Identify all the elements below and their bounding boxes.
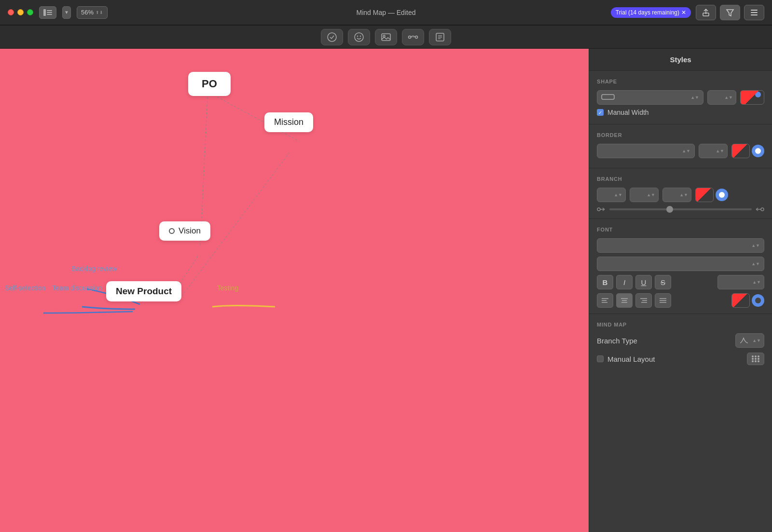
border-toggle[interactable]: [752, 145, 764, 157]
view-mode-selector[interactable]: ▼: [62, 6, 71, 19]
note-tool-button[interactable]: [429, 29, 451, 45]
main-area: PO Mission Vision New Product Backlog re…: [0, 49, 772, 532]
italic-button[interactable]: I: [616, 275, 633, 289]
svg-rect-2: [47, 12, 52, 13]
branch-thickness-slider[interactable]: [609, 208, 752, 210]
shape-color-swatch[interactable]: [740, 90, 764, 105]
branch-type-control: ▲▼: [735, 333, 764, 348]
svg-point-9: [328, 33, 336, 41]
testing-text: Testing: [217, 284, 238, 292]
svg-point-31: [761, 208, 764, 211]
node-mission[interactable]: Mission: [264, 112, 313, 132]
align-left-icon: [601, 297, 609, 304]
trial-badge[interactable]: Trial (14 days remaining) ✕: [611, 7, 691, 18]
bold-button[interactable]: B: [597, 275, 613, 289]
chevron-down-icon[interactable]: ▼: [62, 6, 71, 19]
svg-rect-6: [751, 10, 758, 11]
manual-layout-checkbox[interactable]: [597, 355, 604, 362]
strikethrough-button[interactable]: S: [655, 275, 671, 289]
panel-title: Styles: [589, 49, 772, 71]
filter-button[interactable]: [720, 5, 740, 20]
font-section-label: FONT: [597, 227, 764, 232]
underline-button[interactable]: U: [635, 275, 652, 289]
shape-color-toggle[interactable]: [755, 92, 761, 97]
shape-section-label: SHAPE: [597, 79, 764, 84]
font-family-arrows: ▲▼: [751, 243, 760, 248]
image-tool-button[interactable]: [375, 29, 397, 45]
border-color-swatch[interactable]: [731, 144, 750, 158]
svg-point-10: [355, 33, 363, 41]
font-size-select[interactable]: ▲▼: [717, 275, 765, 289]
smiley-tool-button[interactable]: [348, 29, 370, 45]
branch-control-1[interactable]: ▲▼: [597, 188, 626, 202]
title-text: Mind Map — Edited: [357, 9, 416, 16]
shape-type-icon: [601, 94, 615, 102]
border-section: BORDER ▲▼ ▲▼: [589, 124, 772, 168]
font-color-swatch[interactable]: [731, 293, 750, 308]
list-button[interactable]: [744, 5, 764, 20]
branch-control-2[interactable]: ▲▼: [630, 188, 659, 202]
mindmap-section-label: MIND MAP: [597, 322, 764, 327]
align-justify-button[interactable]: [655, 293, 671, 308]
branch-control-3[interactable]: ▲▼: [662, 188, 691, 202]
branch-section: BRANCH ▲▼ ▲▼ ▲▼: [589, 168, 772, 219]
shape-section: SHAPE ▲▼ ▲▼: [589, 71, 772, 124]
svg-point-53: [752, 360, 754, 362]
manual-layout-icon-button[interactable]: [747, 353, 764, 365]
node-new-product[interactable]: New Product: [106, 281, 181, 301]
window-title: Mind Map — Edited: [357, 9, 416, 16]
filter-icon: [726, 8, 734, 17]
branch-controls-row: ▲▼ ▲▼ ▲▼: [597, 188, 764, 202]
svg-point-52: [758, 358, 759, 360]
backlog-text: Backlog review: [71, 265, 117, 273]
smiley-icon: [354, 32, 364, 42]
font-color-toggle[interactable]: [752, 294, 764, 307]
connection-end-icon: [755, 206, 764, 213]
branch-type-select[interactable]: ▲▼: [735, 333, 764, 348]
svg-rect-3: [47, 14, 52, 15]
canvas[interactable]: PO Mission Vision New Product Backlog re…: [0, 49, 589, 532]
border-width-input[interactable]: ▲▼: [699, 144, 728, 158]
titlebar-right: Trial (14 days remaining) ✕: [611, 5, 764, 20]
maximize-button[interactable]: [27, 9, 33, 15]
align-center-button[interactable]: [616, 293, 633, 308]
align-left-button[interactable]: [597, 293, 613, 308]
check-tool-button[interactable]: [321, 29, 343, 45]
vision-circle-icon: [169, 228, 175, 234]
border-controls-row: ▲▼ ▲▼: [597, 144, 764, 158]
border-width-arrows: ▲▼: [716, 149, 724, 153]
shape-width-input[interactable]: ▲▼: [707, 90, 736, 105]
font-style-select[interactable]: ▲▼: [597, 257, 764, 271]
align-right-icon: [640, 297, 648, 304]
node-vision[interactable]: Vision: [159, 221, 210, 241]
trial-badge-text: Trial (14 days remaining): [616, 9, 679, 16]
border-style-select[interactable]: ▲▼: [597, 144, 695, 158]
shape-controls-row: ▲▼ ▲▼: [597, 90, 764, 105]
font-family-select[interactable]: ▲▼: [597, 238, 764, 253]
node-mission-label: Mission: [274, 117, 303, 127]
branch-color-swatch[interactable]: [695, 188, 714, 202]
titlebar-left: ▼ 56% ⬆⬇: [8, 6, 108, 19]
svg-rect-1: [47, 10, 52, 11]
check-icon: [327, 32, 337, 42]
slider-thumb[interactable]: [666, 206, 673, 213]
svg-rect-7: [751, 12, 758, 13]
share-icon: [702, 8, 710, 17]
share-button[interactable]: [696, 5, 716, 20]
close-button[interactable]: [8, 9, 14, 15]
connection-tool-button[interactable]: [402, 29, 424, 45]
svg-point-12: [360, 35, 361, 36]
svg-rect-26: [602, 95, 614, 99]
zoom-control[interactable]: 56% ⬆⬇: [77, 6, 108, 19]
sidebar-toggle-button[interactable]: [39, 6, 56, 19]
manual-width-checkbox[interactable]: ✓: [597, 109, 604, 116]
svg-point-48: [755, 355, 757, 357]
align-right-button[interactable]: [635, 293, 652, 308]
svg-point-15: [409, 36, 411, 38]
branch-end-icon: [755, 206, 764, 213]
shape-type-select[interactable]: ▲▼: [597, 90, 703, 105]
node-po[interactable]: PO: [188, 72, 231, 96]
team-text: Team discussion: [52, 284, 102, 292]
minimize-button[interactable]: [17, 9, 24, 15]
branch-toggle[interactable]: [716, 189, 728, 201]
